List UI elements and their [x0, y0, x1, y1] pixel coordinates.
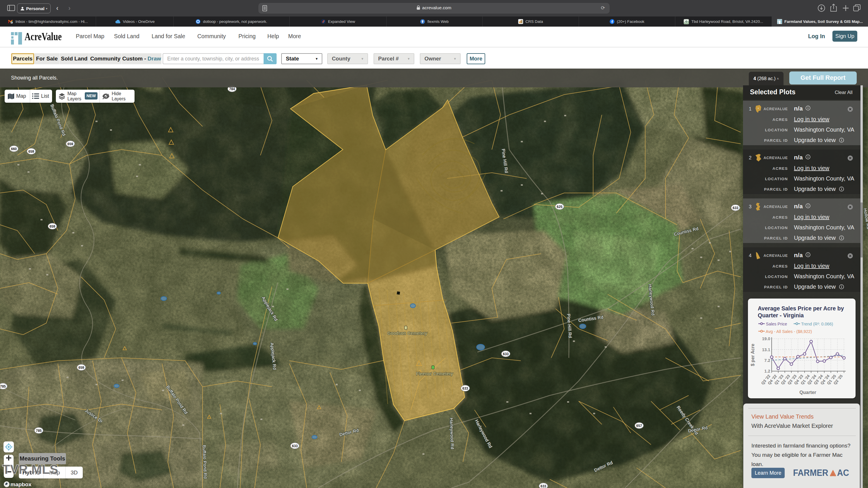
svg-text:Quarter: Quarter [799, 390, 816, 395]
svg-text:0: 0 [11, 22, 12, 24]
svg-text:659: 659 [50, 225, 55, 229]
svg-text:625: 625 [557, 205, 562, 209]
svg-text:19.0: 19.0 [762, 336, 770, 341]
svg-text:633: 633 [292, 444, 298, 448]
svg-text:659: 659 [67, 142, 73, 146]
svg-text:659: 659 [28, 150, 34, 154]
svg-text:633: 633 [462, 387, 468, 391]
svg-text:785: 785 [0, 385, 6, 389]
svg-text:13.1: 13.1 [762, 348, 770, 352]
svg-text:$ per Acre: $ per Acre [750, 344, 755, 366]
svg-text:659: 659 [79, 366, 84, 370]
svg-text:633: 633 [733, 206, 738, 210]
svg-text:7.2: 7.2 [765, 358, 770, 363]
svg-text:FARMER: FARMER [793, 468, 828, 478]
svg-text:785: 785 [36, 429, 42, 433]
svg-text:Fleenor Cemetery: Fleenor Cemetery [416, 371, 453, 376]
svg-text:mapbox: mapbox [10, 481, 32, 487]
svg-text:633: 633 [540, 484, 546, 488]
svg-text:784: 784 [229, 87, 235, 91]
svg-text:Goodson Cemetery: Goodson Cemetery [388, 331, 427, 335]
svg-text:660: 660 [11, 147, 17, 151]
svg-text:1.2: 1.2 [765, 369, 770, 373]
svg-text:657: 657 [636, 424, 642, 428]
svg-text:633: 633 [503, 352, 509, 356]
svg-text:AC: AC [837, 468, 849, 478]
